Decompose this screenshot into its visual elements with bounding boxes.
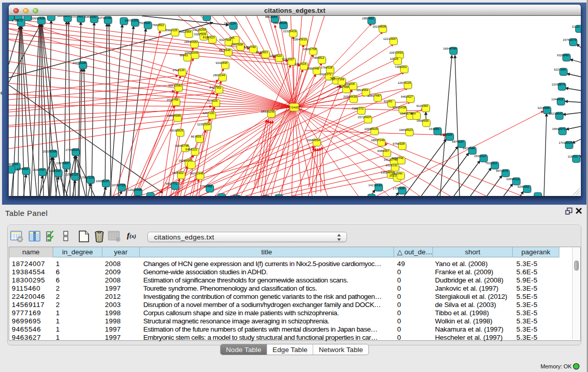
svg-text:7986372: 7986372 — [352, 107, 364, 110]
svg-text:10025438: 10025438 — [393, 106, 406, 109]
svg-text:11353594: 11353594 — [197, 123, 211, 126]
svg-text:13640910: 13640910 — [293, 38, 307, 41]
svg-text:1362615: 1362615 — [294, 62, 307, 65]
svg-text:16648784: 16648784 — [443, 47, 457, 50]
svg-text:9756928: 9756928 — [393, 142, 405, 145]
svg-text:10654112: 10654112 — [506, 178, 520, 181]
svg-text:16671355: 16671355 — [125, 19, 139, 22]
svg-text:11121: 11121 — [572, 25, 580, 28]
svg-text:2935114: 2935114 — [474, 155, 487, 158]
svg-text:9242845: 9242845 — [215, 61, 228, 64]
svg-text:6794028: 6794028 — [320, 66, 333, 69]
svg-text:12093873: 12093873 — [552, 83, 565, 86]
svg-text:12923448: 12923448 — [128, 188, 142, 191]
svg-text:867835: 867835 — [191, 135, 202, 138]
svg-text:2967608: 2967608 — [231, 43, 243, 46]
svg-text:16961758: 16961758 — [303, 48, 317, 51]
svg-text:16543382: 16543382 — [184, 40, 198, 43]
svg-text:17016504: 17016504 — [559, 141, 573, 144]
svg-text:20053346: 20053346 — [73, 61, 86, 64]
svg-text:9463627: 9463627 — [401, 95, 413, 98]
svg-text:1527602: 1527602 — [71, 16, 83, 18]
svg-text:1156829: 1156829 — [17, 167, 29, 170]
svg-text:10807487: 10807487 — [367, 94, 381, 97]
svg-text:10719155: 10719155 — [98, 16, 112, 19]
svg-text:5322037: 5322037 — [282, 58, 294, 61]
svg-text:18807249: 18807249 — [371, 139, 385, 142]
svg-text:12213382: 12213382 — [168, 84, 182, 87]
svg-text:417006: 417006 — [207, 99, 218, 102]
svg-text:20691406: 20691406 — [31, 17, 45, 20]
svg-text:7857224: 7857224 — [224, 22, 236, 25]
svg-text:0699695: 0699695 — [417, 119, 429, 122]
svg-text:3875645: 3875645 — [219, 49, 231, 52]
svg-text:15720407: 15720407 — [358, 116, 372, 119]
svg-text:16154808: 16154808 — [373, 25, 386, 28]
svg-text:7515526: 7515526 — [138, 21, 150, 25]
svg-text:16782759: 16782759 — [112, 184, 125, 187]
svg-text:9777169: 9777169 — [332, 78, 344, 81]
svg-text:146206: 146206 — [344, 82, 355, 85]
svg-text:9245652: 9245652 — [517, 185, 530, 188]
svg-text:98961: 98961 — [180, 54, 188, 57]
svg-text:8960125: 8960125 — [165, 29, 178, 32]
svg-text:10925: 10925 — [390, 57, 399, 60]
svg-text:3215958: 3215958 — [537, 106, 550, 110]
svg-text:2803144: 2803144 — [213, 74, 225, 77]
svg-text:9084067: 9084067 — [377, 149, 389, 152]
svg-text:11325419: 11325419 — [283, 30, 297, 33]
svg-text:2887682: 2887682 — [362, 17, 374, 20]
svg-text:8912954: 8912954 — [179, 30, 191, 33]
svg-text:8427552: 8427552 — [209, 86, 222, 89]
svg-text:6466160: 6466160 — [84, 16, 97, 18]
svg-text:3824554: 3824554 — [356, 89, 368, 92]
svg-text:1615132: 1615132 — [385, 164, 398, 167]
svg-text:19166825: 19166825 — [170, 129, 184, 132]
svg-text:1244415: 1244415 — [551, 98, 563, 101]
svg-text:1145194: 1145194 — [49, 169, 61, 172]
svg-text:884: 884 — [410, 112, 416, 115]
svg-text:9657771: 9657771 — [165, 182, 178, 185]
svg-text:10688609: 10688609 — [364, 127, 378, 130]
svg-text:8813054: 8813054 — [265, 16, 277, 18]
svg-text:1621072: 1621072 — [319, 73, 332, 76]
svg-text:20206558: 20206558 — [43, 150, 57, 153]
svg-text:7485063: 7485063 — [395, 65, 407, 69]
svg-text:9327508: 9327508 — [219, 38, 231, 41]
svg-text:1588520: 1588520 — [270, 54, 282, 57]
svg-text:14136141: 14136141 — [368, 184, 382, 187]
svg-text:19654923: 19654923 — [399, 128, 413, 132]
svg-text:8454749: 8454749 — [244, 46, 256, 49]
svg-text:8186323: 8186323 — [203, 36, 215, 39]
svg-text:8471676: 8471676 — [496, 169, 508, 172]
svg-text:7663822: 7663822 — [152, 24, 164, 27]
svg-text:23975867: 23975867 — [56, 162, 70, 165]
svg-text:19654985: 19654985 — [167, 114, 181, 117]
svg-text:9474444: 9474444 — [463, 147, 475, 150]
svg-text:2342757: 2342757 — [33, 168, 45, 171]
svg-text:3915001: 3915001 — [9, 163, 19, 166]
svg-text:20364436: 20364436 — [343, 95, 357, 98]
svg-text:1 05572: 1 05572 — [12, 19, 23, 22]
svg-text:3267130: 3267130 — [202, 112, 214, 115]
svg-text:8990448: 8990448 — [307, 67, 319, 70]
svg-text:17957225: 17957225 — [80, 176, 94, 179]
svg-text:164095: 164095 — [429, 127, 440, 130]
svg-text:13226058: 13226058 — [192, 28, 206, 31]
svg-text:25214b: 25214b — [392, 172, 403, 175]
svg-text:10046748: 10046748 — [175, 144, 189, 147]
svg-text:15692971: 15692971 — [552, 127, 566, 130]
svg-text:16033809: 16033809 — [197, 16, 210, 16]
svg-text:12505115: 12505115 — [65, 173, 79, 176]
svg-text:62160: 62160 — [384, 100, 393, 103]
svg-text:5498222: 5498222 — [185, 148, 198, 151]
svg-text:9115460: 9115460 — [417, 104, 429, 107]
svg-text:10655267: 10655267 — [57, 16, 71, 17]
svg-text:17359924: 17359924 — [66, 148, 79, 151]
svg-text:19218506: 19218506 — [273, 21, 287, 25]
svg-text:1610755: 1610755 — [166, 98, 179, 101]
svg-text:1733426: 1733426 — [393, 187, 405, 190]
svg-text:2718126: 2718126 — [172, 69, 185, 72]
svg-text:19384554: 19384554 — [307, 139, 320, 142]
svg-text:15751074: 15751074 — [563, 38, 577, 41]
